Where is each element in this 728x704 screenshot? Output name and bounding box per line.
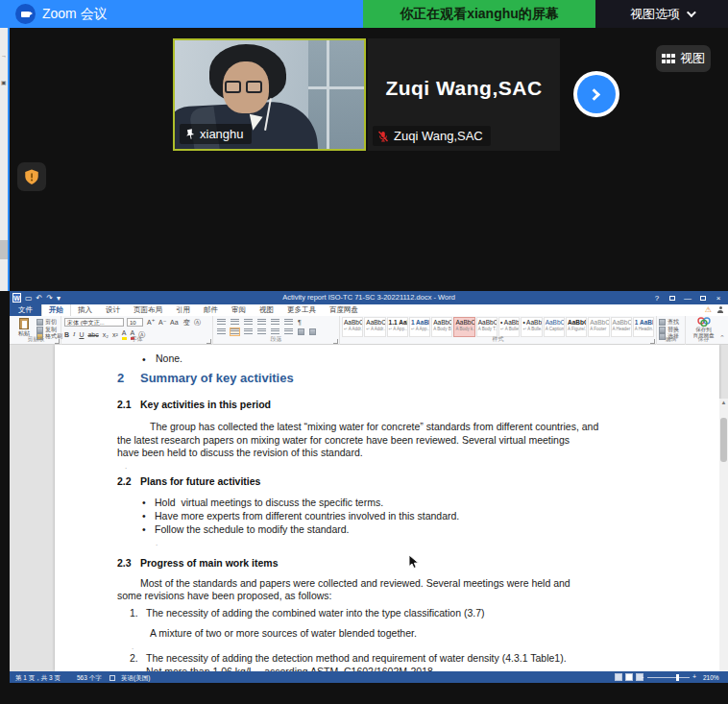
zoom-titlebar: Zoom 会议 你正在观看xianghu的屏幕 视图选项 [0,0,728,28]
shrink-font-button[interactable]: A⁻ [158,318,166,327]
scrollbar-thumb[interactable] [720,418,727,462]
style-chip[interactable]: • AaBbCc↵ A Bulle... [521,317,542,337]
align-center-icon[interactable] [231,328,239,335]
align-right-icon[interactable] [244,328,253,335]
zoom-slider-thumb[interactable] [676,674,679,681]
pilcrow-icon[interactable]: ¶ [298,318,302,327]
view-layout-button[interactable]: 视图 [656,45,711,72]
video-tile-zuqi[interactable]: Zuqi Wang,SAC Zuqi Wang,SAC [368,38,560,151]
paragraph-dialog-launcher[interactable] [333,339,338,344]
numbering-icon[interactable] [231,319,239,326]
proofing-icon[interactable] [109,674,115,681]
style-chip[interactable]: 1 AaBb↵ A App... [409,317,430,337]
close-button[interactable]: × [711,291,726,304]
tab-insert[interactable]: 插入 [71,304,99,316]
next-participants-button[interactable] [577,75,616,113]
line-spacing-icon[interactable] [284,328,293,335]
page-indicator[interactable]: 第 1 页，共 3 页 [15,674,61,683]
tab-more-tools[interactable]: 更多工具 [280,304,323,316]
save-group-label: 保存 [686,335,721,344]
style-chip[interactable]: AaBbCcD↵ A Addr... [364,317,385,337]
styles-group: AaBbCcD↵ A Addr... AaBbCcD↵ A Addr... 1.… [340,316,657,345]
change-case-button[interactable]: Aa [170,318,179,327]
increase-indent-icon[interactable] [271,319,279,326]
tab-review[interactable]: 审阅 [225,304,253,316]
style-chip[interactable]: AaBbCcD↵ A Addr... [342,317,363,337]
tab-design[interactable]: 设计 [99,304,127,316]
zoom-percentage[interactable]: 210% [703,674,719,681]
clipboard-group-label: 剪贴板 [12,335,61,344]
paragraph-group-label: 段落 [213,335,339,344]
shading-icon[interactable] [298,328,304,335]
tab-references[interactable]: 引用 [169,304,197,316]
read-mode-button[interactable] [615,673,622,681]
distribute-icon[interactable] [271,328,279,335]
desktop-edge-strip: → ▣ [0,28,8,291]
restore-button[interactable] [695,291,711,304]
paragraph-line: The group has collected the latest “mixi… [150,421,598,432]
tab-file[interactable]: 文件 [10,304,41,316]
style-chip[interactable]: AaBbCcDcA Caption [544,317,565,337]
tab-baidu-netdisk[interactable]: 百度网盘 [323,304,365,316]
window-behind-person [308,40,364,149]
style-chip[interactable]: • AaBbCc↵ A Bullet... [498,317,520,337]
tab-view[interactable]: 视图 [253,304,280,316]
language-indicator[interactable]: 英语(美国) [121,674,150,683]
warning-icon[interactable]: ⚠ [705,306,712,314]
style-preview: AaBbCcDi [432,318,451,327]
style-chip-selected[interactable]: AaBbCcDA Body k... [453,317,474,337]
paste-button[interactable]: 粘贴 [15,318,33,337]
window-frame-line [327,40,329,149]
security-alert-button[interactable] [17,162,46,191]
zoom-out-button[interactable]: - [642,673,643,680]
font-group-label: 字体 [61,335,212,344]
grow-font-button[interactable]: A⁺ [147,318,155,327]
word-count[interactable]: 563 个字 [77,674,102,683]
style-preview: AaBbCcDd [589,318,608,327]
style-chip[interactable]: AaBbCcDiA Body B... [431,317,452,337]
style-chip[interactable]: AaBbCcDiA Body T... [476,317,497,337]
heading2-title: Summary of key activities [140,371,294,385]
word-statusbar: 第 1 页，共 3 页 563 个字 英语(美国) - + 210% [10,671,728,683]
font-size-combobox[interactable]: 10 [127,318,143,327]
print-layout-button[interactable] [625,673,633,681]
borders-icon[interactable] [309,328,316,335]
justify-icon[interactable] [257,328,266,335]
tab-mailings[interactable]: 邮件 [197,304,225,316]
view-options-button[interactable]: 视图选项 [595,0,728,28]
phonetic-guide-button[interactable]: 变 [183,318,190,327]
scroll-up-arrow[interactable]: ▲ [719,399,728,407]
style-chip[interactable]: AaBbCcDdA Header [611,317,632,337]
heading21-number: 2.1 [117,399,132,410]
style-label: A Body k... [454,327,473,331]
style-chip[interactable]: AaBbCcDA Figure/... [566,317,587,337]
vertical-scrollbar[interactable]: ▲ [719,399,728,671]
tab-home[interactable]: 开始 [41,304,71,316]
sort-icon[interactable] [284,319,293,326]
bullets-icon[interactable] [217,319,226,326]
clipboard-dialog-launcher[interactable] [55,339,60,344]
align-left-icon[interactable] [217,328,226,335]
collapse-ribbon-button[interactable]: ⌃ [718,334,726,342]
edge-tab[interactable] [0,240,8,259]
tabrow-right-icons: ⚠ [705,304,724,316]
video-tile-xianghu[interactable]: xianghu [173,38,366,151]
styles-group-label: 样式 [340,335,656,344]
grid-layout-icon [662,54,666,58]
zoom-slider-track[interactable] [647,677,690,679]
multilevel-list-icon[interactable] [244,319,253,326]
account-icon[interactable] [716,306,724,314]
zoom-in-button[interactable]: + [692,673,696,680]
help-button[interactable]: ? [649,291,665,304]
font-family-combobox[interactable]: 宋体 (中文正... [64,318,124,327]
style-chip[interactable]: 1 AaBbA Headin... [633,317,654,337]
style-chip[interactable]: 1.1 AaBl↵ A App... [387,317,408,337]
character-border-button[interactable]: Ⓐ [194,318,201,327]
decrease-indent-icon[interactable] [257,319,266,326]
tab-layout[interactable]: 页面布局 [127,304,169,316]
font-dialog-launcher[interactable] [206,339,211,344]
styles-dialog-launcher[interactable] [650,339,655,344]
minimize-button[interactable]: — [680,291,695,304]
ribbon-options-button[interactable] [665,291,680,304]
style-chip[interactable]: AaBbCcDdA Footer [588,317,609,337]
